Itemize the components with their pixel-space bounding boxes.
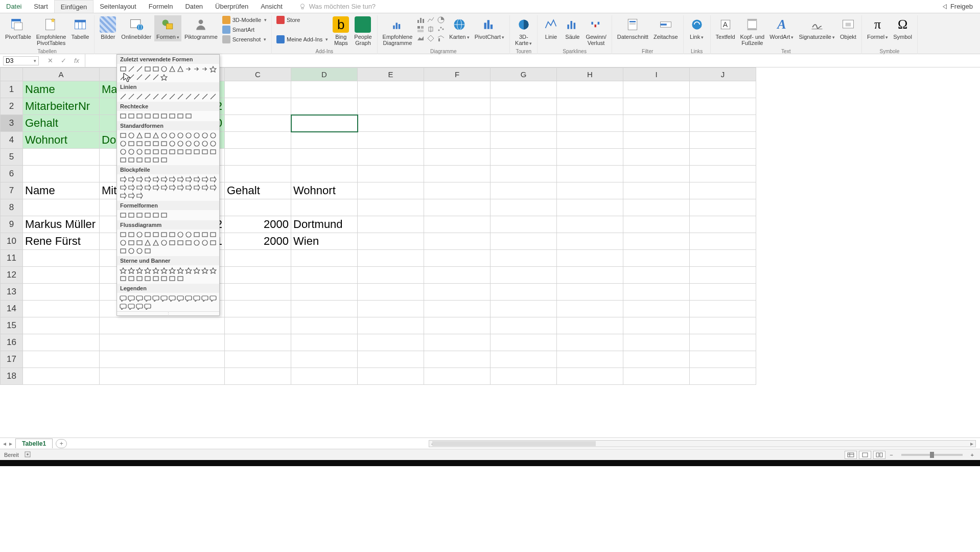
maps-button[interactable]: Karten <box>447 15 471 41</box>
shape-thumb[interactable] <box>193 65 201 73</box>
col-header-D[interactable]: D <box>291 68 358 81</box>
shape-thumb[interactable] <box>209 65 217 73</box>
cell[interactable] <box>557 233 623 250</box>
cell[interactable] <box>690 182 756 199</box>
shape-thumb[interactable] <box>201 231 209 239</box>
wordart-button[interactable]: AWordArt <box>767 15 796 41</box>
cell[interactable] <box>491 351 557 368</box>
row-header-13[interactable]: 13 <box>1 284 23 301</box>
cell[interactable] <box>557 267 623 284</box>
cell-A3[interactable]: Gehalt <box>23 115 100 132</box>
row-header-7[interactable]: 7 <box>1 182 23 199</box>
cell[interactable] <box>690 233 756 250</box>
recommended-pivot-button[interactable]: Empfohlene PivotTables <box>34 15 68 47</box>
shape-thumb[interactable] <box>127 112 135 120</box>
cell-C7[interactable]: Gehalt <box>225 182 291 199</box>
cell[interactable] <box>690 132 756 149</box>
cell[interactable] <box>690 216 756 233</box>
shape-thumb[interactable] <box>119 131 127 140</box>
shape-thumb[interactable] <box>168 239 176 247</box>
shape-thumb[interactable] <box>144 247 152 255</box>
shape-thumb[interactable] <box>176 112 184 120</box>
cell-C10[interactable]: 2000 <box>225 233 291 250</box>
share-button[interactable]: Freigeb <box>934 0 980 13</box>
chart-radar-button[interactable] <box>426 34 436 43</box>
cell[interactable] <box>424 267 491 284</box>
shape-thumb[interactable] <box>209 266 217 274</box>
shape-thumb[interactable] <box>176 140 184 148</box>
online-pictures-button[interactable]: Onlinebilder <box>119 15 153 41</box>
shape-thumb[interactable] <box>119 73 127 81</box>
shape-thumb[interactable] <box>144 211 152 219</box>
cell[interactable] <box>424 98 491 115</box>
cell[interactable] <box>225 250 291 267</box>
cell[interactable] <box>424 301 491 317</box>
shape-thumb[interactable] <box>160 156 168 164</box>
cell[interactable] <box>557 301 623 317</box>
shape-thumb[interactable] <box>201 65 209 73</box>
cell[interactable] <box>557 81 623 98</box>
cell[interactable] <box>623 250 690 267</box>
row-header-15[interactable]: 15 <box>1 317 23 334</box>
cell[interactable] <box>623 317 690 334</box>
cell[interactable] <box>424 149 491 166</box>
cell[interactable] <box>100 317 225 334</box>
cell-C9[interactable]: 2000 <box>225 216 291 233</box>
col-header-A[interactable]: A <box>23 68 100 81</box>
shape-thumb[interactable] <box>193 148 201 156</box>
cell[interactable] <box>23 199 100 216</box>
shape-thumb[interactable] <box>119 266 127 274</box>
cell[interactable] <box>491 216 557 233</box>
macro-record-icon[interactable] <box>24 451 31 459</box>
cell[interactable] <box>623 351 690 368</box>
shape-thumb[interactable] <box>176 183 184 192</box>
zoom-out-button[interactable]: − <box>888 452 895 458</box>
sheet-nav-prev[interactable]: ◂ <box>3 440 6 447</box>
spreadsheet-grid[interactable]: A B C D E F G H I J 1NameMa 2Mitarbeiter… <box>0 67 756 385</box>
cell[interactable] <box>690 351 756 368</box>
cell[interactable] <box>623 132 690 149</box>
row-header-14[interactable]: 14 <box>1 301 23 317</box>
shape-thumb[interactable] <box>176 93 184 101</box>
cell[interactable] <box>291 166 358 182</box>
shape-thumb[interactable] <box>135 93 144 101</box>
tab-start[interactable]: Start <box>28 0 54 13</box>
cell[interactable] <box>623 368 690 385</box>
shape-thumb[interactable] <box>144 112 152 120</box>
shape-thumb[interactable] <box>119 294 127 302</box>
shape-thumb[interactable] <box>127 274 135 283</box>
tab-formulas[interactable]: Formeln <box>143 0 179 13</box>
cell[interactable] <box>225 132 291 149</box>
cell[interactable] <box>491 368 557 385</box>
shape-thumb[interactable] <box>135 294 144 302</box>
shape-thumb[interactable] <box>160 93 168 101</box>
tell-me-search[interactable]: Was möchten Sie tun? <box>299 0 376 13</box>
shape-thumb[interactable] <box>176 239 184 247</box>
cell[interactable] <box>225 267 291 284</box>
cell-A2[interactable]: MitarbeiterNr <box>23 98 100 115</box>
shape-thumb[interactable] <box>127 247 135 255</box>
col-header-F[interactable]: F <box>424 68 491 81</box>
row-header-6[interactable]: 6 <box>1 166 23 182</box>
cell[interactable] <box>23 284 100 301</box>
shape-thumb[interactable] <box>184 93 193 101</box>
cell[interactable] <box>491 267 557 284</box>
fx-button[interactable]: fx <box>72 56 82 66</box>
smartart-button[interactable]: SmartArt <box>221 25 268 34</box>
recommended-charts-button[interactable]: Empfohlene Diagramme <box>381 15 415 47</box>
cell[interactable] <box>358 267 424 284</box>
cell[interactable] <box>557 368 623 385</box>
cell[interactable] <box>623 301 690 317</box>
cell[interactable] <box>291 250 358 267</box>
chart-surface-button[interactable] <box>415 34 426 43</box>
shape-thumb[interactable] <box>176 175 184 183</box>
shape-thumb[interactable] <box>144 274 152 283</box>
shape-thumb[interactable] <box>144 148 152 156</box>
shape-thumb[interactable] <box>119 239 127 247</box>
cell[interactable] <box>623 334 690 351</box>
cell[interactable] <box>623 233 690 250</box>
cell[interactable] <box>291 301 358 317</box>
link-button[interactable]: Link <box>687 15 707 41</box>
table-button[interactable]: Tabelle <box>69 15 91 41</box>
cell[interactable] <box>557 284 623 301</box>
